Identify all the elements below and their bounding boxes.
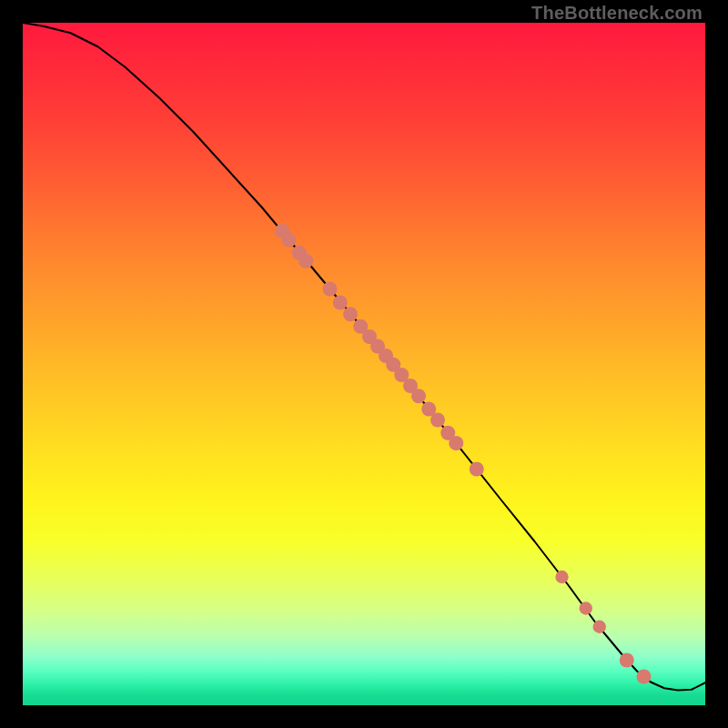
data-point	[555, 571, 568, 583]
chart-svg	[23, 23, 705, 705]
data-point	[580, 602, 592, 614]
data-point	[411, 389, 426, 403]
data-point	[637, 670, 652, 684]
data-point	[449, 436, 463, 450]
dots-group	[275, 224, 652, 684]
plot-area	[23, 23, 705, 705]
data-point	[333, 296, 348, 310]
data-point	[430, 413, 445, 428]
curve-path	[23, 23, 705, 691]
data-point	[298, 254, 313, 268]
data-point	[470, 462, 484, 477]
data-point	[593, 621, 606, 633]
data-point	[620, 653, 634, 668]
watermark-text: TheBottleneck.com	[531, 3, 703, 24]
data-point	[323, 282, 338, 297]
data-point	[343, 307, 358, 321]
chart-stage: TheBottleneck.com	[0, 0, 728, 728]
data-point	[282, 233, 297, 248]
